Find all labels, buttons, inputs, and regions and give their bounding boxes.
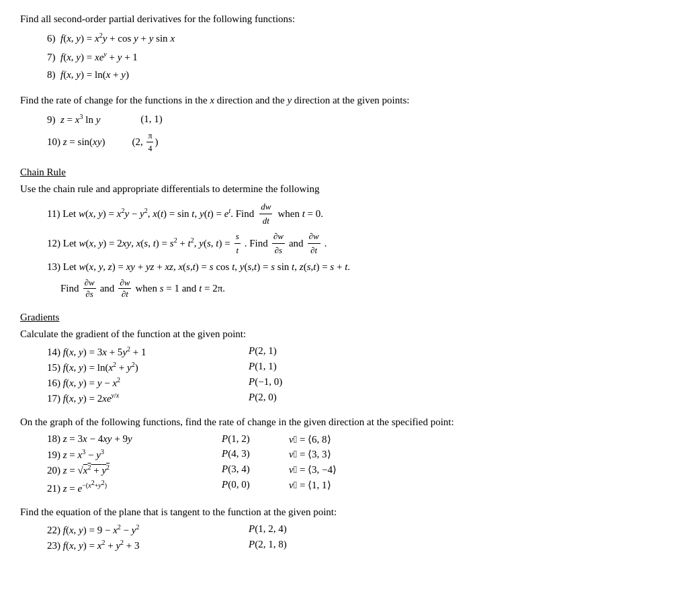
section-chain-rule: Chain Rule Use the chain rule and approp… <box>20 167 668 300</box>
problem-16: 16) f(x, y) = y − x2 P(−1, 0) <box>47 376 668 389</box>
problem-13: 13) Let w(x, y, z) = xy + yz + xz, x(s,t… <box>47 259 668 275</box>
problem-13-find: Find ∂w ∂s and ∂w ∂t when s = 1 and t = … <box>60 277 668 300</box>
on-graph-problems: 18) z = 3x − 4xy + 9y P(1, 2) v⃗ = ⟨6, 8… <box>47 433 668 494</box>
problem-11: 11) Let w(x, y) = x2y − y2, x(t) = sin t… <box>47 200 668 227</box>
problem-14: 14) f(x, y) = 3x + 5y2 + 1 P(2, 1) <box>47 345 668 358</box>
gradients-title: Gradients <box>20 312 668 323</box>
problem-12: 12) Let w(x, y) = 2xy, x(s, t) = s2 + t2… <box>47 230 668 257</box>
problem-6: 6) f(x, y) = x2y + cos y + y sin x <box>47 30 668 46</box>
problem-10: 10) z = sin(xy) (2, π4) <box>47 130 668 155</box>
tangent-intro: Find the equation of the plane that is t… <box>20 507 668 518</box>
intro-second-order: Find all second-order partial derivative… <box>20 13 668 25</box>
problem-9: 9) z = x3 ln y (1, 1) <box>47 112 668 128</box>
intro-rate: Find the rate of change for the function… <box>20 95 668 106</box>
gradient-problems: 14) f(x, y) = 3x + 5y2 + 1 P(2, 1) 15) f… <box>47 345 668 404</box>
section-rate-of-change: Find the rate of change for the function… <box>20 95 668 155</box>
section-tangent: Find the equation of the plane that is t… <box>20 507 668 552</box>
problem-19: 19) z = x3 − y3 P(4, 3) v⃗ = ⟨3, 3⟩ <box>47 448 668 461</box>
problem-22: 22) f(x, y) = 9 − x2 − y2 P(1, 2, 4) <box>47 523 668 536</box>
section-second-order: Find all second-order partial derivative… <box>20 13 668 83</box>
chain-rule-title: Chain Rule <box>20 167 668 178</box>
problem-8: 8) f(x, y) = ln(x + y) <box>47 67 668 83</box>
chain-intro: Use the chain rule and appropriate diffe… <box>20 183 668 195</box>
problem-23: 23) f(x, y) = x2 + y2 + 3 P(2, 1, 8) <box>47 539 668 552</box>
on-graph-intro: On the graph of the following functions,… <box>20 416 668 428</box>
problem-20: 20) z = √x2 + y2 P(3, 4) v⃗ = ⟨3, −4⟩ <box>47 464 668 476</box>
problem-18: 18) z = 3x − 4xy + 9y P(1, 2) v⃗ = ⟨6, 8… <box>47 433 668 445</box>
page-content: Find all second-order partial derivative… <box>20 13 668 552</box>
section-on-graph: On the graph of the following functions,… <box>20 416 668 494</box>
tangent-problems: 22) f(x, y) = 9 − x2 − y2 P(1, 2, 4) 23)… <box>47 523 668 552</box>
problem-21: 21) z = e−(x2+y2) P(0, 0) v⃗ = ⟨1, 1⟩ <box>47 479 668 494</box>
problem-17: 17) f(x, y) = 2xey/x P(2, 0) <box>47 392 668 404</box>
section-gradients: Gradients Calculate the gradient of the … <box>20 312 668 404</box>
gradients-intro: Calculate the gradient of the function a… <box>20 328 668 340</box>
problem-15: 15) f(x, y) = ln(x2 + y2) P(1, 1) <box>47 361 668 373</box>
problem-7: 7) f(x, y) = xey + y + 1 <box>47 49 668 65</box>
